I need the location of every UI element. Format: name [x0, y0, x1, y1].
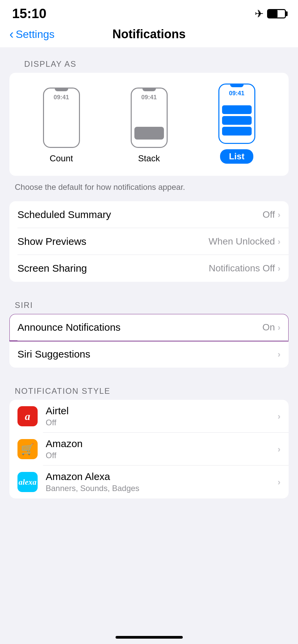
airtel-status: Off — [46, 418, 278, 427]
phone-notch-count — [55, 89, 68, 91]
battery-icon — [267, 9, 286, 18]
amazon-name: Amazon — [46, 438, 278, 449]
nav-bar: ‹ Settings Notifications — [0, 24, 298, 47]
show-previews-chevron: › — [278, 236, 281, 247]
display-options: 09:41 Count 09:41 Stack — [17, 84, 281, 164]
screen-sharing-value: Notifications Off — [209, 263, 275, 274]
show-previews-row[interactable]: Show Previews When Unlocked › — [9, 228, 289, 255]
alexa-info: Amazon Alexa Banners, Sounds, Badges — [46, 471, 278, 493]
announce-notifications-right: On › — [262, 322, 281, 333]
battery-fill — [268, 10, 278, 17]
display-as-header: DISPLAY AS — [9, 50, 289, 73]
amazon-status: Off — [46, 451, 278, 460]
amazon-info: Amazon Off — [46, 438, 278, 460]
scheduled-summary-label: Scheduled Summary — [17, 209, 111, 220]
scheduled-summary-value: Off — [262, 209, 275, 220]
alexa-chevron: › — [278, 477, 281, 487]
alexa-icon: alexa — [17, 472, 38, 492]
announce-notifications-row[interactable]: Announce Notifications On › — [9, 314, 289, 341]
display-option-stack[interactable]: 09:41 Stack — [131, 88, 168, 164]
screen-sharing-label: Screen Sharing — [17, 263, 87, 274]
scheduled-summary-chevron: › — [278, 210, 281, 220]
alexa-status: Banners, Sounds, Badges — [46, 484, 278, 493]
scheduled-summary-row[interactable]: Scheduled Summary Off › — [9, 201, 289, 228]
phone-time-count: 09:41 — [53, 94, 69, 101]
show-previews-label: Show Previews — [17, 236, 86, 247]
siri-suggestions-row[interactable]: Siri Suggestions › — [9, 341, 289, 368]
general-settings-rows: Scheduled Summary Off › Show Previews Wh… — [9, 201, 289, 282]
display-option-list[interactable]: 09:41 List — [218, 84, 255, 164]
screen-sharing-row[interactable]: Screen Sharing Notifications Off › — [9, 255, 289, 282]
siri-rows: Announce Notifications On › Siri Suggest… — [9, 314, 289, 368]
status-bar: 15:10 ✈ — [0, 0, 298, 24]
siri-suggestions-chevron: › — [278, 349, 281, 360]
phone-notch-list — [230, 85, 244, 87]
phone-notch-stack — [142, 89, 156, 91]
screen-sharing-chevron: › — [278, 263, 281, 274]
phone-list: 09:41 — [218, 84, 255, 144]
phone-list-banner-3 — [222, 127, 252, 136]
content: DISPLAY AS 09:41 Count 09:41 — [0, 47, 298, 498]
display-as-section: DISPLAY AS 09:41 Count 09:41 — [0, 47, 298, 178]
amazon-symbol: 🛒 — [21, 443, 34, 455]
phone-time-stack: 09:41 — [141, 94, 157, 101]
siri-section: SIRI Announce Notifications On › Siri Su… — [0, 291, 298, 368]
announce-notifications-chevron: › — [278, 322, 281, 333]
airtel-icon: a — [17, 406, 38, 426]
home-indicator — [116, 636, 183, 639]
phone-time-list: 09:41 — [229, 90, 244, 97]
announce-notifications-label: Announce Notifications — [17, 322, 121, 333]
phone-stack-banner — [134, 127, 164, 140]
show-previews-right: When Unlocked › — [209, 236, 281, 247]
amazon-chevron: › — [278, 444, 281, 454]
status-time: 15:10 — [12, 6, 46, 21]
display-hint: Choose the default for how notifications… — [0, 178, 298, 192]
notification-style-header: NOTIFICATION STYLE — [0, 377, 298, 400]
phone-list-banners — [222, 105, 252, 136]
siri-header: SIRI — [0, 291, 298, 314]
alexa-row[interactable]: alexa Amazon Alexa Banners, Sounds, Badg… — [9, 466, 289, 498]
amazon-icon: 🛒 — [17, 439, 38, 459]
airplane-icon: ✈ — [255, 7, 264, 20]
back-label: Settings — [16, 28, 55, 41]
status-icons: ✈ — [255, 7, 286, 20]
phone-list-banner-1 — [222, 105, 252, 114]
app-rows: a Airtel Off › 🛒 Amazon Off › — [9, 400, 289, 498]
announce-notifications-value: On — [262, 322, 275, 333]
alexa-name: Amazon Alexa — [46, 471, 278, 482]
airtel-info: Airtel Off — [46, 405, 278, 427]
show-previews-value: When Unlocked — [209, 236, 275, 247]
display-label-list[interactable]: List — [220, 149, 253, 164]
display-as-card: 09:41 Count 09:41 Stack — [9, 73, 289, 176]
phone-stack: 09:41 — [131, 88, 168, 148]
amazon-row[interactable]: 🛒 Amazon Off › — [9, 433, 289, 466]
phone-count: 09:41 — [43, 88, 80, 148]
page-title: Notifications — [112, 27, 185, 41]
notification-style-section: NOTIFICATION STYLE a Airtel Off › 🛒 — [0, 377, 298, 498]
display-label-stack: Stack — [138, 153, 160, 164]
airtel-name: Airtel — [46, 405, 278, 417]
display-label-count: Count — [50, 153, 73, 164]
siri-suggestions-right: › — [278, 349, 281, 360]
back-chevron-icon: ‹ — [9, 28, 14, 41]
airtel-symbol: a — [25, 410, 30, 423]
display-option-count[interactable]: 09:41 Count — [43, 88, 80, 164]
siri-suggestions-label: Siri Suggestions — [17, 348, 90, 360]
airtel-chevron: › — [278, 411, 281, 422]
phone-list-banner-2 — [222, 116, 252, 125]
airtel-row[interactable]: a Airtel Off › — [9, 400, 289, 433]
back-button[interactable]: ‹ Settings — [9, 28, 54, 41]
scheduled-summary-right: Off › — [262, 209, 281, 220]
alexa-symbol: alexa — [18, 478, 36, 487]
screen-sharing-right: Notifications Off › — [209, 263, 281, 274]
